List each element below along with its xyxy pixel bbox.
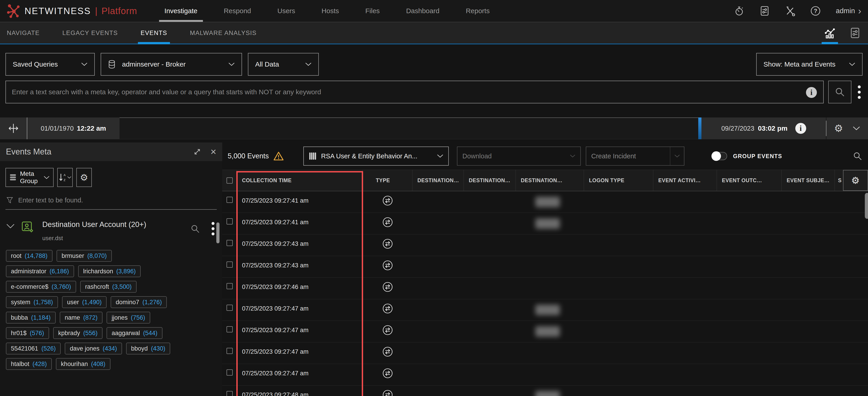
nav-item-investigate[interactable]: Investigate	[162, 0, 200, 22]
meta-value-pill[interactable]: name(872)	[60, 312, 103, 324]
events-search-icon[interactable]	[852, 151, 863, 161]
column-header-type[interactable]: TYPE	[363, 170, 412, 191]
table-scrollbar[interactable]	[865, 193, 868, 219]
table-row[interactable]: 07/25/2023 09:27:47 am	[222, 321, 868, 342]
nav-item-reports[interactable]: Reports	[464, 0, 492, 22]
meta-group-dropdown[interactable]: Meta Group	[5, 168, 54, 187]
meta-settings-button[interactable]: ⚙	[76, 168, 92, 187]
row-checkbox[interactable]	[226, 391, 233, 396]
meta-value-pill[interactable]: hr01$(576)	[6, 327, 49, 339]
time-range-end[interactable]: 09/27/2023 03:02 pm i	[702, 118, 826, 139]
execute-search-button[interactable]	[828, 81, 851, 103]
saved-queries-dropdown[interactable]: Saved Queries	[5, 53, 95, 75]
table-row[interactable]: 07/25/2023 09:27:46 am	[222, 278, 868, 299]
query-info-icon[interactable]: i	[806, 87, 817, 98]
column-settings-button[interactable]: ⚙	[843, 170, 868, 191]
row-checkbox[interactable]	[226, 369, 233, 375]
query-options-menu[interactable]	[856, 85, 863, 99]
meta-value-pill[interactable]: administrator(6,186)	[6, 265, 74, 277]
meta-value-pill[interactable]: 55421061(526)	[6, 343, 61, 355]
close-panel-icon[interactable]: ×	[210, 147, 216, 157]
table-row[interactable]: 07/25/2023 09:27:47 am	[222, 342, 868, 364]
column-header-logon-type[interactable]: LOGON TYPE	[584, 170, 653, 191]
timeline-track[interactable]	[120, 118, 698, 139]
column-header-destination-3[interactable]: DESTINATION…	[516, 170, 584, 191]
column-header-destination-2[interactable]: DESTINATION…	[464, 170, 516, 191]
tab-malware-analysis[interactable]: MALWARE ANALYSIS	[189, 22, 258, 43]
events-chart-view-icon[interactable]	[823, 22, 837, 43]
query-search-input[interactable]	[6, 81, 823, 103]
row-checkbox[interactable]	[226, 305, 233, 311]
nav-item-hosts[interactable]: Hosts	[319, 0, 341, 22]
meta-value-pill[interactable]: bubba(1,184)	[6, 312, 56, 324]
meta-key-search-icon[interactable]	[190, 224, 200, 234]
help-icon[interactable]: ?	[810, 6, 821, 16]
timebar-collapse-icon[interactable]	[852, 126, 860, 131]
select-all-checkbox[interactable]	[226, 177, 233, 184]
group-events-toggle[interactable]	[712, 152, 727, 160]
table-row[interactable]: 07/25/2023 09:27:41 am	[222, 191, 868, 213]
user-menu[interactable]: admin ›	[836, 6, 861, 16]
timer-icon[interactable]	[734, 6, 744, 16]
table-row[interactable]: 07/25/2023 09:27:48 am	[222, 386, 868, 396]
meta-value-pill[interactable]: htalbot(428)	[6, 358, 52, 370]
meta-value-pill[interactable]: aaggarwal(544)	[106, 327, 162, 339]
time-range-dropdown[interactable]: All Data	[248, 53, 319, 75]
meta-key-options-menu[interactable]	[210, 222, 216, 235]
meta-value-pill[interactable]: rashcroft(3,500)	[80, 281, 137, 293]
warning-icon[interactable]	[273, 151, 284, 161]
table-row[interactable]: 07/25/2023 09:27:43 am	[222, 235, 868, 256]
nav-item-respond[interactable]: Respond	[221, 0, 253, 22]
meta-panel-scrollbar[interactable]	[216, 222, 219, 243]
row-checkbox[interactable]	[226, 262, 233, 268]
table-row[interactable]: 07/25/2023 09:27:41 am	[222, 213, 868, 235]
meta-value-pill[interactable]: e-commerce$(3,760)	[6, 281, 76, 293]
column-header-partial[interactable]: S	[835, 170, 843, 191]
meta-filter-input[interactable]	[18, 196, 177, 204]
time-info-icon[interactable]: i	[795, 123, 806, 134]
meta-value-pill[interactable]: brmuser(8,070)	[57, 250, 112, 262]
row-checkbox[interactable]	[226, 197, 233, 203]
row-checkbox[interactable]	[226, 348, 233, 354]
meta-value-pill[interactable]: kpbrady(556)	[53, 327, 102, 339]
column-settings-view-icon[interactable]	[848, 22, 862, 43]
download-dropdown[interactable]: Download	[457, 147, 581, 165]
meta-value-pill[interactable]: dave jones(434)	[65, 343, 122, 355]
column-header-collection-time[interactable]: COLLECTION TIME	[237, 170, 363, 191]
row-checkbox[interactable]	[226, 326, 233, 332]
meta-value-pill[interactable]: lrichardson(3,896)	[78, 265, 141, 277]
time-range-start[interactable]: 01/01/1970 12:22 am	[27, 118, 120, 139]
tab-legacy-events[interactable]: LEGACY EVENTS	[62, 22, 119, 43]
meta-value-pill[interactable]: bboyd(430)	[126, 343, 170, 355]
column-header-event-outcome[interactable]: EVENT OUTC…	[717, 170, 782, 191]
tab-navigate[interactable]: NAVIGATE	[6, 22, 41, 43]
table-row[interactable]: 07/25/2023 09:27:47 am	[222, 299, 868, 321]
column-header-destination-1[interactable]: DESTINATION…	[412, 170, 464, 191]
meta-value-pill[interactable]: user(1,490)	[62, 296, 106, 308]
create-incident-dropdown[interactable]: Create Incident	[586, 147, 684, 165]
table-row[interactable]: 07/25/2023 09:27:43 am	[222, 256, 868, 278]
meta-value-pill[interactable]: system(1,758)	[6, 296, 58, 308]
service-dropdown[interactable]: adminserver - Broker	[101, 53, 242, 75]
show-mode-dropdown[interactable]: Show: Meta and Events	[756, 53, 863, 75]
section-collapse-icon[interactable]	[6, 223, 15, 229]
meta-sort-button[interactable]: A Z	[57, 168, 73, 187]
nav-item-files[interactable]: Files	[363, 0, 382, 22]
meta-value-pill[interactable]: khourihan(408)	[56, 358, 111, 370]
nav-item-users[interactable]: Users	[275, 0, 298, 22]
tab-events[interactable]: EVENTS	[140, 22, 168, 43]
meta-value-pill[interactable]: jjones(756)	[106, 312, 150, 324]
row-checkbox[interactable]	[226, 283, 233, 289]
timeline-selection-edge[interactable]	[698, 118, 702, 139]
row-checkbox[interactable]	[226, 218, 233, 224]
row-checkbox[interactable]	[226, 240, 233, 246]
column-header-event-subject[interactable]: EVENT SUBJE…	[782, 170, 835, 191]
meta-key-title[interactable]: Destination User Account (20+)	[42, 220, 146, 229]
table-row[interactable]: 07/25/2023 09:27:47 am	[222, 364, 868, 386]
timebar-settings-icon[interactable]: ⚙	[834, 123, 843, 133]
expand-panel-icon[interactable]	[193, 148, 201, 156]
preferences-icon[interactable]	[760, 6, 770, 16]
column-group-dropdown[interactable]: RSA User & Entity Behavior An...	[303, 147, 449, 165]
meta-value-pill[interactable]: root(14,788)	[6, 250, 53, 262]
tools-icon[interactable]	[785, 6, 795, 16]
